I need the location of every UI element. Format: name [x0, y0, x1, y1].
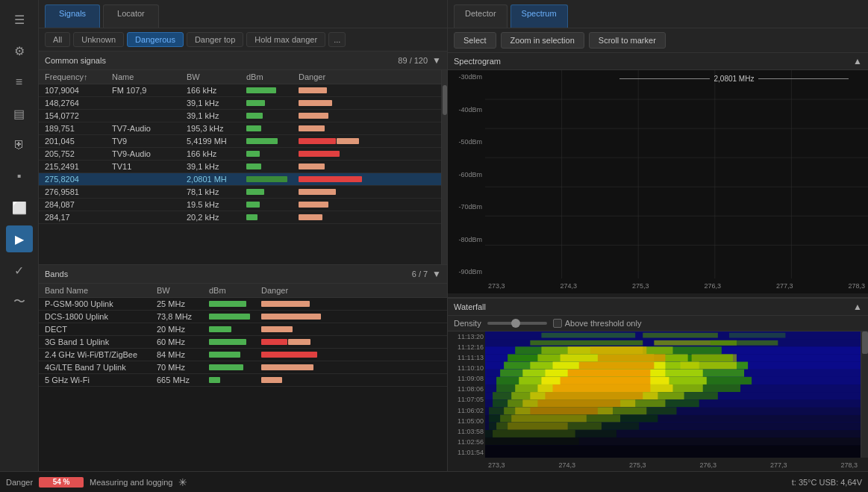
- svg-rect-36: [681, 362, 737, 370]
- table-row[interactable]: 215,2491 TV11 39,1 kHz: [39, 161, 441, 173]
- col-frequency: Frequency↑: [45, 72, 112, 81]
- band-row[interactable]: 5 GHz Wi-Fi 665 MHz: [39, 374, 447, 387]
- sidebar-icon-check[interactable]: ✓: [6, 257, 33, 284]
- band-row[interactable]: 2.4 GHz Wi-Fi/BT/ZigBee 84 MHz: [39, 349, 447, 361]
- svg-rect-61: [537, 399, 620, 407]
- spectrogram-y-axis: -30dBm -40dBm -50dBm -60dBm -70dBm -80dB…: [448, 70, 485, 278]
- sidebar-icon-shield[interactable]: ⛨: [6, 131, 33, 158]
- band-row[interactable]: 4G/LTE Band 7 Uplink 70 MHz: [39, 361, 447, 374]
- table-row[interactable]: 276,9581 78,1 kHz: [39, 186, 441, 199]
- waterfall-scrollbar[interactable]: [861, 331, 868, 458]
- spinner-icon: ✳: [178, 476, 187, 488]
- main-content: Signals Locator All Unknown Dangerous Da…: [39, 0, 868, 492]
- bands-count: 6 / 7: [412, 270, 428, 278]
- svg-rect-30: [692, 354, 737, 361]
- signals-section-header: Common signals 89 / 120 ▼: [39, 52, 447, 70]
- tab-detector[interactable]: Detector: [454, 4, 508, 28]
- shield-icon: ⛨: [13, 138, 25, 152]
- zoom-in-button[interactable]: Zoom in selection: [501, 32, 584, 49]
- waterfall-canvas: [485, 331, 861, 458]
- bands-section: Bands 6 / 7 ▼ Band Name BW dBm Danger P-…: [39, 264, 447, 387]
- sidebar-icon-settings[interactable]: ⚙: [6, 37, 33, 64]
- check-icon: ✓: [14, 264, 24, 278]
- wave-icon: 〜: [13, 294, 25, 310]
- svg-rect-24: [590, 346, 646, 354]
- sidebar-icon-play[interactable]: ▶: [6, 225, 33, 252]
- sidebar-icon-list[interactable]: ≡: [6, 69, 33, 96]
- bands-collapse-chevron[interactable]: ▼: [432, 269, 441, 279]
- signals-scrollbar[interactable]: [441, 70, 447, 264]
- status-text: Measuring and logging: [90, 478, 172, 487]
- above-threshold-label: Above threshold only: [565, 319, 642, 328]
- bands-col-name: Band Name: [45, 286, 157, 295]
- band-row[interactable]: DECT 20 MHz: [39, 323, 447, 336]
- svg-rect-14: [643, 333, 718, 338]
- svg-rect-35: [579, 362, 655, 370]
- table-row[interactable]: 189,751 TV7-Audio 195,3 kHz: [39, 122, 441, 135]
- spectrogram-title: Spectrogram: [454, 57, 501, 66]
- right-panel: Detector Spectrum Select Zoom in selecti…: [448, 0, 868, 492]
- density-slider-thumb: [511, 319, 520, 328]
- image-icon: ⬜: [12, 201, 27, 215]
- signals-table: Frequency↑ Name BW dBm Danger 107,9004 F…: [39, 70, 441, 264]
- svg-rect-77: [493, 430, 575, 437]
- bands-section-header: Bands 6 / 7 ▼: [39, 265, 447, 284]
- tab-signals[interactable]: Signals: [45, 4, 100, 28]
- spectrogram-section: Spectrogram ▲ -30dBm -40dBm -50dBm -60dB…: [448, 53, 868, 298]
- table-row[interactable]: 284,17 20,2 kHz: [39, 211, 441, 224]
- bands-title: Bands: [45, 270, 68, 278]
- band-row[interactable]: P-GSM-900 Uplink 25 MHz: [39, 298, 447, 311]
- right-status: t: 35°C USB: 4,64V: [792, 478, 862, 487]
- signals-title: Common signals: [45, 56, 106, 65]
- above-threshold-checkbox[interactable]: [553, 319, 562, 328]
- col-bw: BW: [187, 72, 246, 81]
- scroll-to-marker-button[interactable]: Scroll to marker: [589, 32, 666, 49]
- tab-spectrum[interactable]: Spectrum: [511, 4, 568, 28]
- waterfall-title: Waterfall: [454, 302, 486, 311]
- sidebar-icon-document[interactable]: ▤: [6, 100, 33, 127]
- filter-danger-top[interactable]: Danger top: [187, 32, 243, 47]
- filter-unknown[interactable]: Unknown: [73, 32, 124, 47]
- signals-collapse-chevron[interactable]: ▼: [432, 55, 441, 66]
- sidebar-icon-square[interactable]: ▪: [6, 163, 33, 190]
- svg-rect-19: [711, 340, 778, 346]
- spectrogram-collapse-chevron[interactable]: ▲: [853, 56, 862, 66]
- sidebar-icon-menu[interactable]: ☰: [6, 6, 33, 33]
- svg-rect-56: [545, 392, 643, 399]
- bands-col-danger: Danger: [261, 286, 441, 295]
- waterfall-section: Waterfall ▲ Density Above threshold only…: [448, 298, 868, 492]
- filter-hold-max[interactable]: Hold max danger: [246, 32, 325, 47]
- svg-rect-17: [530, 340, 643, 346]
- table-row[interactable]: 148,2764 39,1 kHz: [39, 97, 441, 110]
- waterfall-body: 11:13:20 11:12:16 11:11:13 11:10:10 11:0…: [448, 331, 868, 473]
- table-row[interactable]: 284,087 19.5 kHz: [39, 199, 441, 211]
- band-row[interactable]: 3G Band 1 Uplink 60 MHz: [39, 336, 447, 349]
- select-button[interactable]: Select: [454, 32, 496, 49]
- table-row[interactable]: 107,9004 FM 107,9 166 kHz: [39, 84, 441, 97]
- table-row-selected[interactable]: 275,8204 2,0801 MH: [39, 173, 441, 186]
- waterfall-collapse-chevron[interactable]: ▲: [853, 302, 862, 312]
- filter-dangerous[interactable]: Dangerous: [127, 32, 184, 47]
- filter-more[interactable]: ...: [328, 32, 346, 47]
- above-threshold-area: Above threshold only: [553, 319, 642, 328]
- tab-locator[interactable]: Locator: [103, 4, 159, 28]
- table-row[interactable]: 205,752 TV9-Audio 166 kHz: [39, 148, 441, 161]
- waterfall-controls: Density Above threshold only: [448, 316, 868, 331]
- document-icon: ▤: [13, 107, 25, 121]
- band-row[interactable]: DCS-1800 Uplink 73,8 MHz: [39, 311, 447, 323]
- filter-bar: All Unknown Dangerous Danger top Hold ma…: [39, 28, 447, 52]
- table-row[interactable]: 201,045 TV9 5,4199 MH: [39, 135, 441, 148]
- left-panel: Signals Locator All Unknown Dangerous Da…: [39, 0, 448, 492]
- svg-rect-15: [729, 333, 785, 338]
- sidebar-icon-wave[interactable]: 〜: [6, 288, 33, 315]
- progress-bar: 54 %: [39, 477, 84, 488]
- density-slider[interactable]: [487, 322, 547, 325]
- signals-scrollbar-thumb: [443, 85, 447, 115]
- table-row[interactable]: 154,0772 39,1 kHz: [39, 110, 441, 122]
- bands-col-dbm: dBm: [209, 286, 261, 295]
- col-danger: Danger: [299, 72, 435, 81]
- square-icon: ▪: [17, 169, 22, 183]
- sidebar-icon-image[interactable]: ⬜: [6, 194, 33, 221]
- filter-all[interactable]: All: [45, 32, 70, 47]
- play-icon: ▶: [15, 232, 24, 246]
